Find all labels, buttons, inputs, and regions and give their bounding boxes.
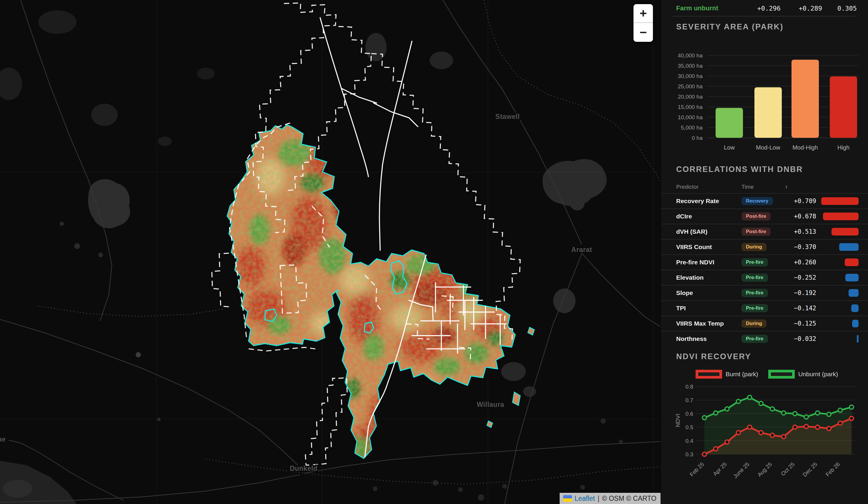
- r-magnitude-bar: [851, 304, 859, 312]
- r-value: −0.125: [786, 320, 816, 327]
- r-value: +0.678: [786, 213, 816, 220]
- svg-text:35,000 ha: 35,000 ha: [678, 63, 703, 69]
- svg-text:0.5: 0.5: [685, 424, 693, 431]
- correlation-row-viirs-max-temp: VIIRS Max TempDuring−0.125: [661, 315, 868, 331]
- predictor-label: Recovery Rate: [676, 198, 742, 205]
- col-time: Time: [742, 184, 786, 190]
- svg-text:Dec 25: Dec 25: [802, 461, 818, 478]
- attribution-credits: © OSM © CARTO: [602, 495, 657, 503]
- time-badge: Pre-fire: [742, 289, 768, 297]
- svg-text:Apr 25: Apr 25: [712, 461, 728, 477]
- predictor-label: VIIRS Count: [676, 243, 742, 251]
- predictor-label: dCIre: [676, 213, 742, 220]
- map-zoom-control: + −: [633, 4, 653, 42]
- correlation-row-dvh-sar-: dVH (SAR)Post-fire+0.513: [661, 224, 868, 239]
- r-magnitude-bar: [839, 243, 859, 251]
- svg-text:Oct 25: Oct 25: [780, 461, 796, 477]
- svg-text:Mod-High: Mod-High: [792, 144, 818, 151]
- r-value: −0.370: [786, 243, 816, 251]
- svg-text:Mod-Low: Mod-Low: [756, 144, 780, 151]
- correlations-title: CORRELATIONS WITH DNBR: [676, 165, 803, 174]
- r-magnitude-bar: [845, 274, 859, 281]
- correlation-row-recovery-rate: Recovery RateRecovery+0.709: [661, 193, 868, 209]
- legend-label: Burnt (park): [726, 371, 758, 378]
- time-badge: Post-fire: [742, 212, 771, 221]
- r-magnitude-bar: [849, 289, 859, 297]
- r-magnitude-bar: [823, 213, 859, 220]
- r-magnitude-bar: [852, 320, 859, 327]
- svg-text:5,000 ha: 5,000 ha: [681, 124, 703, 131]
- svg-text:30,000 ha: 30,000 ha: [678, 73, 703, 79]
- svg-text:0 ha: 0 ha: [692, 135, 703, 141]
- svg-text:0.7: 0.7: [685, 397, 693, 403]
- r-value: −0.142: [786, 305, 816, 312]
- correlations-table-header: Predictor Time r: [661, 181, 868, 193]
- predictor-label: Elevation: [676, 274, 742, 281]
- time-badge: During: [742, 320, 766, 327]
- place-label-ine: ine: [0, 435, 6, 443]
- severity-bar-high: [830, 76, 857, 138]
- col-r: r: [786, 184, 816, 190]
- svg-text:15,000 ha: 15,000 ha: [678, 104, 703, 110]
- svg-text:Aug 25: Aug 25: [756, 461, 773, 478]
- svg-text:Low: Low: [724, 144, 735, 151]
- correlation-row-viirs-count: VIIRS CountDuring−0.370: [661, 239, 868, 254]
- ndvi-line-chart: 0.30.40.50.60.70.8Feb 25Apr 25June 25Aug…: [661, 383, 868, 497]
- correlations-table: Predictor Time r Recovery RateRecovery+0…: [661, 181, 868, 346]
- map-attribution: Leaflet | © OSM © CARTO: [560, 493, 661, 504]
- r-value: +0.709: [786, 198, 816, 205]
- svg-text:Feb 25: Feb 25: [689, 461, 705, 478]
- time-badge: Pre-fire: [742, 258, 768, 266]
- svg-text:0.4: 0.4: [685, 438, 693, 444]
- svg-text:0.6: 0.6: [685, 411, 693, 417]
- predictor-label: Pre-fire NDVI: [676, 259, 742, 266]
- r-magnitude-bar: [857, 335, 859, 343]
- zoom-out-button[interactable]: −: [633, 23, 653, 42]
- time-badge: Post-fire: [742, 228, 771, 236]
- attribution-separator: |: [598, 495, 599, 503]
- place-label-willaura: Willaura: [477, 401, 504, 408]
- correlation-row-elevation: ElevationPre-fire−0.252: [661, 270, 868, 285]
- leaflet-link[interactable]: Leaflet: [575, 495, 595, 503]
- fire-dashboard: StawellAraratWillauraDunkeldine + − Leaf…: [0, 0, 868, 504]
- r-magnitude-bar: [845, 259, 859, 266]
- legend-swatch-icon: [695, 370, 722, 379]
- place-label-stawell: Stawell: [496, 113, 520, 120]
- zoom-in-button[interactable]: +: [633, 4, 653, 23]
- correlation-row-tpi: TPIPre-fire−0.142: [661, 300, 868, 315]
- severity-bar-mod-high: [792, 60, 819, 138]
- legend-swatch-icon: [768, 370, 795, 379]
- time-badge: Pre-fire: [742, 273, 768, 282]
- r-value: +0.513: [786, 228, 816, 235]
- r-value: −0.252: [786, 274, 816, 281]
- correlation-row-slope: SlopePre-fire−0.192: [661, 285, 868, 300]
- svg-text:0.8: 0.8: [685, 384, 693, 390]
- svg-text:High: High: [837, 144, 849, 151]
- predictor-label: dVH (SAR): [676, 228, 742, 235]
- r-magnitude-bar: [821, 197, 859, 205]
- correlation-row-northness: NorthnessPre-fire−0.032: [661, 331, 868, 346]
- map-canvas[interactable]: StawellAraratWillauraDunkeldine + − Leaf…: [0, 0, 661, 504]
- legend-label: Unburnt (park): [798, 371, 838, 378]
- legend-item-burnt-park-: Burnt (park): [695, 370, 758, 379]
- svg-text:10,000 ha: 10,000 ha: [678, 114, 703, 120]
- ndvi-chart-title: NDVI RECOVERY: [676, 352, 751, 361]
- correlation-row-dcire: dCIrePost-fire+0.678: [661, 209, 868, 224]
- legend-item-unburnt-park-: Unburnt (park): [768, 370, 838, 379]
- severity-bar-chart: 0 ha5,000 ha10,000 ha15,000 ha20,000 ha2…: [661, 0, 868, 160]
- svg-text:20,000 ha: 20,000 ha: [678, 94, 703, 100]
- r-value: +0.260: [786, 259, 816, 266]
- predictor-label: Northness: [676, 335, 742, 342]
- svg-text:NDVI: NDVI: [675, 414, 681, 427]
- svg-text:40,000 ha: 40,000 ha: [678, 52, 703, 59]
- ndvi-legend: Burnt (park)Unburnt (park): [695, 370, 838, 379]
- severity-bar-mod-low: [754, 88, 782, 138]
- r-value: −0.192: [786, 289, 816, 296]
- place-label-ararat: Ararat: [571, 246, 592, 253]
- time-badge: Pre-fire: [742, 304, 768, 312]
- svg-text:Feb 26: Feb 26: [825, 461, 841, 478]
- svg-text:0.3: 0.3: [685, 451, 693, 457]
- time-badge: Recovery: [742, 197, 773, 205]
- col-predictor: Predictor: [676, 184, 742, 190]
- ukraine-flag-icon: [563, 495, 572, 502]
